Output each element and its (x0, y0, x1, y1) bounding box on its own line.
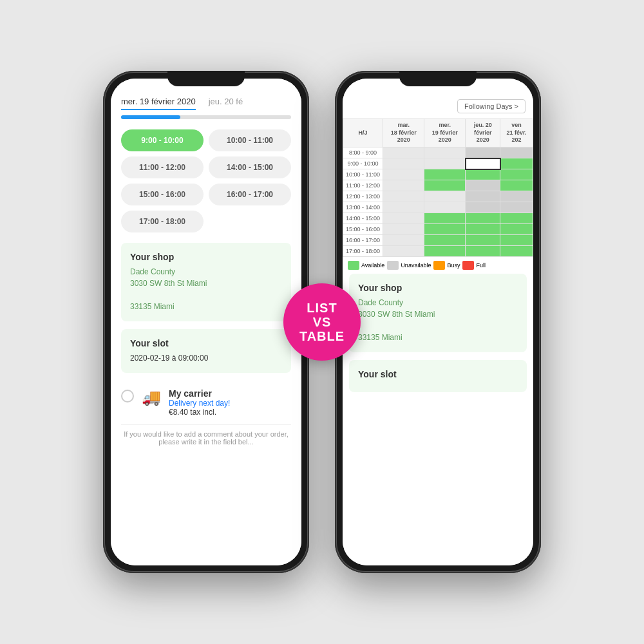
cell-8-2[interactable] (466, 235, 500, 246)
following-days-button[interactable]: Following Days > (457, 99, 526, 113)
legend-available: Available (348, 261, 384, 270)
time-slot-4[interactable]: 15:00 - 16:00 (121, 184, 204, 205)
list-vs-table-badge: LIST VS TABLE (283, 283, 361, 361)
time-label-8: 16:00 - 17:00 (343, 235, 383, 246)
time-slot-2[interactable]: 11:00 - 12:00 (121, 156, 204, 178)
cell-9-3[interactable] (500, 246, 533, 257)
cell-3-3[interactable] (500, 180, 533, 191)
left-slot-title: Your slot (130, 338, 282, 348)
cell-0-0 (383, 147, 424, 158)
cell-2-2[interactable] (466, 169, 500, 180)
cell-5-2 (466, 202, 500, 213)
cell-0-2 (466, 147, 500, 158)
right-phone-notch (399, 71, 477, 86)
cell-2-1[interactable] (424, 169, 466, 180)
time-slot-1[interactable]: 10:00 - 11:00 (209, 129, 291, 151)
date-tabs: mer. 19 février 2020 jeu. 20 fé (121, 97, 291, 110)
cell-9-1[interactable] (424, 246, 466, 257)
cell-7-0 (383, 224, 424, 235)
cell-8-1[interactable] (424, 235, 466, 246)
time-slot-3[interactable]: 14:00 - 15:00 (209, 156, 291, 178)
legend-unavailable-label: Unavailable (401, 262, 431, 269)
legend: Available Unavailable Busy Full (343, 257, 533, 274)
left-shop-addr1: Dade County (130, 266, 282, 278)
right-phone-inner: Following Days > H/J mar. 18 février 202… (343, 79, 533, 565)
calendar-table: H/J mar. 18 février 2020 mer. 19 février… (343, 118, 533, 257)
following-days-container: Following Days > (343, 97, 533, 118)
right-shop-addr1: Dade County (358, 297, 518, 308)
right-slot-title: Your slot (358, 369, 518, 379)
badge-line3: TABLE (299, 329, 345, 343)
right-screen: Following Days > H/J mar. 18 février 202… (343, 79, 533, 565)
cell-9-2[interactable] (466, 246, 500, 257)
right-info-section: Your shop Dade County 3030 SW 8th St Mia… (343, 274, 533, 392)
left-shop-addr3: 33135 Miami (130, 301, 282, 312)
badge-line1: LIST (307, 301, 337, 315)
right-shop-addr2: 3030 SW 8th St Miami (358, 308, 518, 320)
col-header-2: jeu. 20 février 2020 (466, 119, 500, 147)
legend-unavailable-color (387, 261, 399, 270)
cell-4-2 (466, 191, 500, 202)
cell-5-3 (500, 202, 533, 213)
cell-4-0 (383, 191, 424, 202)
left-phone: mer. 19 février 2020 jeu. 20 fé 9:00 - 1… (103, 71, 309, 573)
time-slots-grid: 9:00 - 10:00 10:00 - 11:00 11:00 - 12:00… (121, 129, 291, 232)
right-shop-title: Your shop (358, 283, 518, 293)
time-label-3: 11:00 - 12:00 (343, 180, 383, 191)
right-slot-box: Your slot (349, 360, 527, 392)
legend-full-label: Full (476, 262, 486, 269)
legend-available-label: Available (361, 262, 384, 269)
cell-1-3[interactable] (500, 158, 533, 169)
left-screen: mer. 19 février 2020 jeu. 20 fé 9:00 - 1… (111, 79, 301, 565)
cell-8-0 (383, 235, 424, 246)
legend-busy-label: Busy (447, 262, 460, 269)
cell-7-2[interactable] (466, 224, 500, 235)
time-label-0: 8:00 - 9:00 (343, 147, 383, 158)
legend-full-color (462, 261, 474, 270)
cell-3-2 (466, 180, 500, 191)
progress-bar (121, 115, 291, 119)
legend-busy: Busy (433, 261, 460, 270)
col-header-3: ven 21 févr. 202 (500, 119, 533, 147)
left-slot-box: Your slot 2020-02-19 à 09:00:00 (121, 329, 291, 373)
carrier-truck-icon: 🚚 (142, 388, 161, 406)
main-container: mer. 19 février 2020 jeu. 20 fé 9:00 - 1… (0, 0, 644, 644)
cell-8-3[interactable] (500, 235, 533, 246)
cell-7-3[interactable] (500, 224, 533, 235)
left-shop-box: Your shop Dade County 3030 SW 8th St Mia… (121, 243, 291, 321)
cell-6-2[interactable] (466, 213, 500, 224)
left-shop-title: Your shop (130, 252, 282, 262)
col-header-0: mar. 18 février 2020 (383, 119, 424, 147)
time-slot-5[interactable]: 16:00 - 17:00 (209, 184, 291, 205)
time-label-4: 12:00 - 13:00 (343, 191, 383, 202)
cell-5-0 (383, 202, 424, 213)
date-tab-active[interactable]: mer. 19 février 2020 (121, 97, 196, 110)
right-shop-addr3: 33135 Miami (358, 332, 518, 343)
time-slot-0[interactable]: 9:00 - 10:00 (121, 129, 204, 151)
time-slot-6[interactable]: 17:00 - 18:00 (121, 211, 204, 232)
cell-6-3[interactable] (500, 213, 533, 224)
time-label-6: 14:00 - 15:00 (343, 213, 383, 224)
time-label-2: 10:00 - 11:00 (343, 169, 383, 180)
left-slot-value: 2020-02-19 à 09:00:00 (130, 352, 282, 364)
col-header-1: mer. 19 février 2020 (424, 119, 466, 147)
legend-busy-color (433, 261, 445, 270)
left-shop-addr2: 3030 SW 8th St Miami (130, 278, 282, 289)
cell-6-0 (383, 213, 424, 224)
cell-3-1[interactable] (424, 180, 466, 191)
cell-6-1[interactable] (424, 213, 466, 224)
legend-full: Full (462, 261, 486, 270)
cell-5-1 (424, 202, 466, 213)
cell-1-2[interactable] (466, 158, 500, 169)
cell-2-3[interactable] (500, 169, 533, 180)
carrier-radio[interactable] (121, 390, 134, 402)
carrier-section: 🚚 My carrier Delivery next day! €8.40 ta… (121, 381, 291, 424)
cell-7-1[interactable] (424, 224, 466, 235)
cell-3-0 (383, 180, 424, 191)
left-phone-notch (167, 71, 245, 86)
time-label-7: 15:00 - 16:00 (343, 224, 383, 235)
date-tab-inactive[interactable]: jeu. 20 fé (209, 97, 243, 110)
time-label-1: 9:00 - 10:00 (343, 158, 383, 169)
left-phone-inner: mer. 19 février 2020 jeu. 20 fé 9:00 - 1… (111, 79, 301, 565)
carrier-price: €8.40 tax incl. (169, 408, 230, 417)
